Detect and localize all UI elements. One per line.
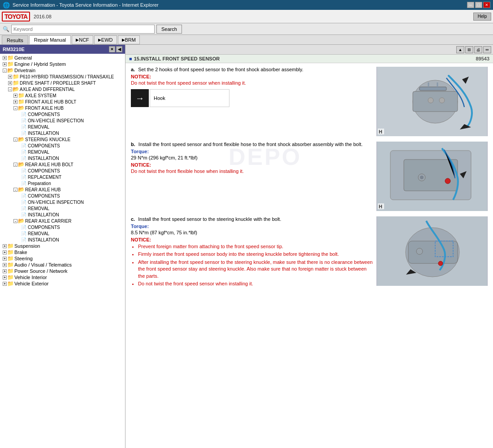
- tree-item-rah-removal[interactable]: 📄 REMOVAL: [0, 205, 125, 211]
- expand-p610[interactable]: +: [8, 75, 12, 79]
- expand-front-axle-hub-bolt[interactable]: +: [13, 100, 17, 104]
- tree-item-steering-knuckle-components[interactable]: 📄 COMPONENTS: [0, 142, 125, 149]
- tree-item-rac-components[interactable]: 📄 COMPONENTS: [0, 224, 125, 230]
- tree-item-front-axle-hub-components[interactable]: 📄 COMPONENTS: [0, 111, 125, 117]
- svg-point-18: [420, 176, 424, 179]
- expand-general[interactable]: +: [3, 56, 7, 60]
- tree-item-front-axle-hub-removal[interactable]: 📄 REMOVAL: [0, 124, 125, 130]
- tree-label-front-axle-hub: FRONT AXLE HUB: [25, 106, 64, 111]
- collapse-front-axle-hub[interactable]: -: [13, 106, 17, 110]
- tab-repair-manual[interactable]: Repair Manual: [29, 35, 71, 44]
- close-button[interactable]: ✕: [483, 2, 490, 8]
- search-input[interactable]: [11, 25, 155, 34]
- collapse-axle-diff[interactable]: -: [8, 87, 12, 91]
- svg-rect-2: [413, 91, 458, 112]
- expand-vehicle-interior[interactable]: +: [3, 276, 7, 280]
- tree-item-drivetrain[interactable]: - 📂 Drivetrain: [0, 67, 125, 73]
- collapse-rear-axle-hub-bolt[interactable]: -: [13, 163, 17, 167]
- step-a-section: a. Set the 2 hooks of front speed sensor…: [131, 67, 488, 136]
- expand-steering[interactable]: +: [3, 257, 7, 261]
- panel-arrow-btn[interactable]: ◀: [116, 46, 122, 52]
- tree-item-power[interactable]: + 📁 Power Source / Network: [0, 268, 125, 274]
- main-window: 🌐 Service Information - Toyota Service I…: [0, 0, 493, 448]
- tab-results[interactable]: Results: [2, 35, 28, 44]
- svg-point-26: [438, 261, 443, 266]
- tree-item-rear-axle-hub-bolt[interactable]: - 📂 REAR AXLE HUB BOLT: [0, 161, 125, 168]
- tree-label-sk-removal: REMOVAL: [28, 150, 49, 155]
- tree-label-driveshaft: DRIVE SHAFT / PROPELLER SHAFT: [20, 81, 96, 86]
- search-button[interactable]: Search: [156, 25, 182, 34]
- tree-item-suspension[interactable]: + 📁 Suspension: [0, 243, 125, 249]
- tree-item-steering[interactable]: + 📁 Steering: [0, 255, 125, 262]
- tree-label-rac-installation: INSTALLATION: [28, 237, 59, 242]
- tree-item-rear-axle-carrier[interactable]: - 📂 REAR AXLE CARRIER: [0, 218, 125, 224]
- doc-icon-front-axle-hub-installation: 📄: [21, 130, 27, 136]
- view-toggle-btn[interactable]: ⊞: [465, 46, 473, 53]
- tree-item-p610[interactable]: + 📁 P610 HYBRID TRANSMISSION / TRANSAXLE: [0, 73, 125, 80]
- help-button[interactable]: Help: [473, 13, 491, 21]
- collapse-steering-knuckle[interactable]: -: [13, 138, 17, 142]
- print-btn[interactable]: 🖨: [474, 46, 482, 53]
- tree-label-rahb-preparation: Preparation: [28, 181, 51, 186]
- step-c-label: c.: [131, 216, 135, 222]
- folder-icon-audio: 📁: [7, 262, 13, 267]
- tree-item-front-axle-hub-bolt[interactable]: + 📁 FRONT AXLE HUB BOLT: [0, 99, 125, 105]
- scroll-up-btn[interactable]: ▲: [456, 46, 464, 53]
- expand-engine[interactable]: +: [3, 62, 7, 66]
- tree-label-rear-axle-hub: REAR AXLE HUB: [25, 187, 61, 192]
- tab-ncf[interactable]: ▶NCF: [72, 35, 93, 44]
- tree-item-axle-diff[interactable]: - 📂 AXLE AND DIFFERENTIAL: [0, 86, 125, 92]
- tree-label-sk-components: COMPONENTS: [28, 143, 60, 148]
- collapse-rear-axle-carrier[interactable]: -: [13, 219, 17, 223]
- tree-item-rah-installation[interactable]: 📄 INSTALLATION: [0, 211, 125, 218]
- tree-item-vehicle-exterior[interactable]: + 📁 Vehicle Exterior: [0, 280, 125, 287]
- step-c-bullets: Prevent foreign matter from attaching to…: [138, 243, 373, 287]
- minimize-button[interactable]: ─: [467, 2, 474, 8]
- tab-ewd[interactable]: ▶EWD: [94, 35, 117, 44]
- step-b-label: b.: [131, 142, 135, 147]
- tree-item-rahb-replacement[interactable]: 📄 REPLACEMENT: [0, 174, 125, 180]
- expand-driveshaft[interactable]: +: [8, 81, 12, 85]
- expand-brake[interactable]: +: [3, 250, 7, 254]
- tree-item-rahb-components[interactable]: 📄 COMPONENTS: [0, 168, 125, 174]
- svg-point-27: [416, 248, 423, 254]
- tree-item-rah-inspection[interactable]: 📄 ON-VEHICLE INSPECTION: [0, 199, 125, 205]
- expand-vehicle-exterior[interactable]: +: [3, 282, 7, 286]
- tree-label-brake: Brake: [14, 250, 27, 255]
- tree-view: + 📁 General + 📁 Engine / Hybrid System -…: [0, 54, 125, 288]
- tree-item-rahb-preparation[interactable]: 📄 Preparation: [0, 180, 125, 186]
- tree-item-rah-components[interactable]: 📄 COMPONENTS: [0, 193, 125, 199]
- maximize-button[interactable]: □: [475, 2, 482, 8]
- toyota-logo: TOYOTA: [2, 12, 30, 22]
- tree-label-drivetrain: Drivetrain: [14, 68, 35, 73]
- expand-btn[interactable]: ⇔: [483, 46, 491, 53]
- tab-brm[interactable]: ▶BRM: [118, 35, 140, 44]
- tree-item-front-axle-hub-installation[interactable]: 📄 INSTALLATION: [0, 130, 125, 136]
- tree-item-brake[interactable]: + 📁 Brake: [0, 249, 125, 255]
- tree-item-rear-axle-hub[interactable]: - 📂 REAR AXLE HUB: [0, 186, 125, 193]
- tree-item-steering-knuckle[interactable]: - 📂 STEERING KNUCKLE: [0, 136, 125, 142]
- tree-item-vehicle-interior[interactable]: + 📁 Vehicle Interior: [0, 274, 125, 280]
- panel-close-btn[interactable]: ✕: [109, 46, 115, 52]
- expand-axle-system[interactable]: +: [13, 94, 17, 98]
- tree-item-driveshaft[interactable]: + 📁 DRIVE SHAFT / PROPELLER SHAFT: [0, 80, 125, 86]
- collapse-rear-axle-hub[interactable]: -: [13, 188, 17, 192]
- step-b-notice-label: NOTICE:: [131, 162, 373, 168]
- tree-item-audio[interactable]: + 📁 Audio / Visual / Telematics: [0, 262, 125, 268]
- tree-item-axle-system[interactable]: + 📁 AXLE SYSTEM: [0, 92, 125, 99]
- tree-item-general[interactable]: + 📁 General: [0, 55, 125, 61]
- tree-item-front-axle-hub[interactable]: - 📂 FRONT AXLE HUB: [0, 105, 125, 111]
- expand-audio[interactable]: +: [3, 263, 7, 267]
- tree-item-engine[interactable]: + 📁 Engine / Hybrid System: [0, 61, 125, 67]
- tree-label-steering: Steering: [14, 256, 33, 261]
- folder-icon-general: 📁: [7, 55, 13, 60]
- expand-suspension[interactable]: +: [3, 244, 7, 248]
- expand-power[interactable]: +: [3, 269, 7, 273]
- doc-icon-sk-components: 📄: [21, 143, 27, 148]
- tree-item-steering-knuckle-removal[interactable]: 📄 REMOVAL: [0, 149, 125, 155]
- tree-item-front-axle-hub-inspection[interactable]: 📄 ON-VEHICLE INSPECTION: [0, 117, 125, 124]
- tree-item-rac-removal[interactable]: 📄 REMOVAL: [0, 230, 125, 237]
- tree-item-rac-installation[interactable]: 📄 INSTALLATION: [0, 237, 125, 243]
- tree-item-steering-knuckle-installation[interactable]: 📄 INSTALLATION: [0, 155, 125, 161]
- collapse-drivetrain[interactable]: -: [3, 69, 7, 73]
